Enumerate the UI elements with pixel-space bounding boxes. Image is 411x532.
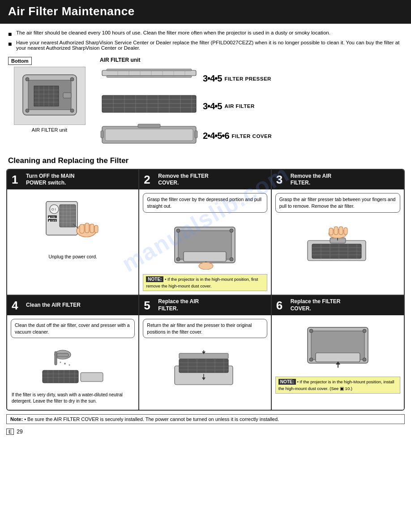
svg-rect-17	[107, 69, 192, 71]
page-title: Air Filter Maintenance	[8, 4, 403, 18]
filter-part-row-3: 2•4•5•6 FILTER COVER	[100, 122, 272, 150]
step-6-body: NOTE: • If the projector is in the high-…	[272, 315, 404, 410]
e-label: E	[6, 429, 14, 435]
cover-name: FILTER COVER	[232, 133, 272, 139]
svg-point-107	[69, 365, 70, 366]
step-3-header: 3 Remove the AIRFILTER.	[272, 170, 404, 189]
step-5-body: Return the air filter and the presser to…	[139, 315, 270, 410]
svg-rect-104	[81, 373, 103, 382]
step-5-title: Replace the AIRFILTER.	[158, 298, 199, 312]
note-title-6: NOTE:	[278, 379, 296, 385]
step-2-bubble: Grasp the filter cover by the depressed …	[143, 193, 267, 212]
step-2-note: NOTE: • If the projector is in the high-…	[143, 274, 267, 291]
step-5-num: 5	[144, 300, 154, 311]
bottom-note: Note: • Be sure the AIR FILTER COVER is …	[6, 414, 405, 424]
note-item-1: ■ The air filter should be cleaned every…	[8, 30, 403, 38]
step-2-illustration	[143, 216, 267, 271]
step-3-num: 3	[276, 174, 287, 185]
step-5-bubble: Return the air filter and the presser to…	[143, 319, 267, 338]
svg-point-126	[363, 329, 366, 333]
steps-row-1: 1 Turn OFF the MAINPOWER switch. O I	[7, 170, 404, 296]
page-number-row: E 29	[0, 427, 411, 437]
svg-point-106	[60, 362, 61, 363]
step-5-header: 5 Replace the AIRFILTER.	[139, 296, 270, 315]
step-6-title: Replace the FILTERCOVER.	[291, 298, 341, 312]
svg-rect-15	[63, 93, 71, 98]
svg-point-74	[199, 262, 213, 270]
step-6-num: 6	[276, 300, 287, 311]
svg-rect-18	[107, 76, 192, 77]
svg-point-127	[309, 358, 313, 361]
step-4-num: 4	[12, 300, 22, 311]
diagram-left: Bottom	[8, 57, 91, 133]
svg-rect-129	[316, 353, 360, 362]
svg-rect-90	[344, 227, 347, 235]
step-1-body: O I	[7, 189, 138, 295]
step-1-header: 1 Turn OFF the MAINPOWER switch.	[7, 170, 138, 189]
svg-rect-60	[80, 224, 84, 233]
step-6-illustration	[275, 319, 400, 374]
filter-cover-label: 2•4•5•6 FILTER COVER	[203, 131, 272, 141]
step-2-num: 2	[144, 174, 154, 185]
step-cell-1: 1 Turn OFF the MAINPOWER switch. O I	[7, 170, 139, 295]
presser-name: FILTER PRESSER	[224, 76, 271, 82]
step-cell-6: 6 Replace the FILTERCOVER.	[272, 296, 404, 410]
svg-point-3	[70, 77, 74, 81]
svg-point-4	[26, 109, 29, 112]
svg-point-67	[176, 229, 180, 232]
filter-cover-img	[100, 122, 198, 150]
bottom-label: Bottom	[8, 57, 32, 65]
svg-point-68	[230, 229, 233, 232]
bullet-icon-2: ■	[8, 40, 14, 48]
section-heading: Cleaning and Replacing the Filter	[0, 154, 411, 169]
step-3-illustration	[275, 216, 400, 271]
step-3-title: Remove the AIRFILTER.	[291, 173, 332, 187]
step-1-illustration: O I	[11, 193, 135, 250]
step-4-title: Clean the AIR FILTER	[26, 302, 81, 309]
step-2-title: Remove the FILTERCOVER.	[158, 173, 208, 187]
step-4-extra: If the filter is very dirty, wash with a…	[11, 390, 135, 406]
filter-steps: 3•4•5	[203, 101, 222, 112]
step-4-header: 4 Clean the AIR FILTER	[7, 296, 138, 315]
air-filter-img	[100, 93, 198, 119]
svg-rect-42	[195, 131, 197, 138]
filter-presser-img	[100, 67, 198, 90]
steps-row-2: 4 Clean the AIR FILTER Clean the dust of…	[7, 296, 404, 410]
svg-rect-61	[85, 223, 89, 233]
svg-point-70	[230, 257, 233, 261]
page-header: Air Filter Maintenance	[0, 0, 411, 24]
diagram-right-title: AIR FILTER unit	[100, 57, 403, 63]
air-filter-label: 3•4•5 AIR FILTER	[203, 101, 255, 112]
svg-point-125	[309, 329, 313, 333]
step-1-title: Turn OFF the MAINPOWER switch.	[26, 173, 74, 187]
svg-rect-26	[102, 95, 196, 112]
svg-rect-40	[138, 124, 160, 128]
bottom-note-label: Note:	[10, 416, 23, 422]
svg-point-128	[363, 358, 366, 361]
svg-rect-16	[102, 70, 196, 76]
filter-part-row-2: 3•4•5 AIR FILTER	[100, 93, 255, 119]
filter-parts: 3•4•5 FILTER PRESSER	[100, 67, 403, 150]
note-title-2: NOTE:	[146, 276, 163, 282]
svg-rect-93	[55, 352, 57, 365]
step-1-num: 1	[12, 174, 22, 185]
svg-point-105	[64, 363, 66, 365]
svg-point-69	[176, 257, 180, 261]
page: Air Filter Maintenance ■ The air filter …	[0, 0, 411, 437]
note-text-2: Have your nearest Authorized SharpVision…	[16, 40, 403, 51]
svg-rect-6	[34, 86, 59, 106]
svg-rect-88	[334, 227, 338, 235]
step-6-note: NOTE: • If the projector is in the high-…	[275, 377, 400, 394]
svg-rect-39	[105, 129, 193, 141]
svg-rect-71	[184, 252, 226, 262]
steps-grid: 1 Turn OFF the MAINPOWER switch. O I	[6, 169, 405, 411]
cover-steps: 2•4•5•6	[203, 131, 229, 141]
step-4-body: Clean the dust off the air filter, cover…	[7, 315, 138, 410]
presser-steps: 3•4•5	[203, 73, 222, 84]
svg-point-5	[70, 109, 74, 112]
step-6-note-text: • If the projector is in the high-Mount …	[278, 379, 394, 391]
step-cell-2: 2 Remove the FILTERCOVER. Grasp the filt…	[139, 170, 271, 295]
svg-rect-63	[94, 225, 98, 233]
step-2-body: Grasp the filter cover by the depressed …	[139, 189, 270, 295]
svg-rect-89	[339, 227, 343, 235]
